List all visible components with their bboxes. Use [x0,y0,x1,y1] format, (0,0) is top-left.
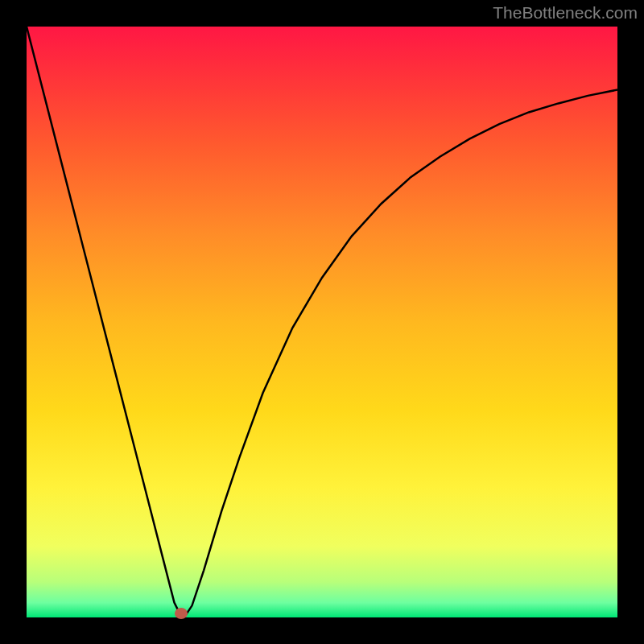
optimal-point-marker [175,608,188,619]
watermark-text: TheBottleneck.com [493,3,638,23]
plot-area [27,27,617,617]
curve-line [27,27,617,617]
chart-container: TheBottleneck.com [0,0,644,644]
